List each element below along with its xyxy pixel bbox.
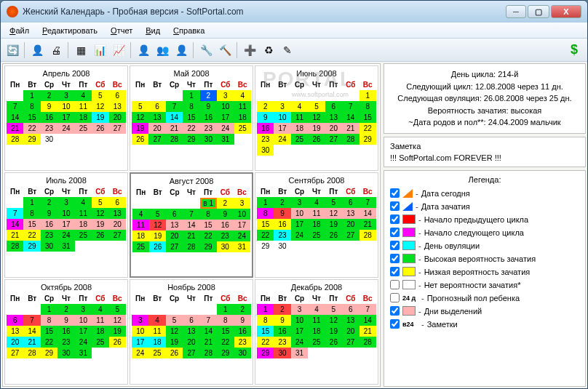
day-cell[interactable]: 16 bbox=[274, 326, 290, 337]
day-cell[interactable]: 8 bbox=[359, 101, 376, 112]
day-cell[interactable]: 14 bbox=[7, 112, 23, 123]
day-cell[interactable]: 12 bbox=[132, 112, 148, 123]
day-cell[interactable]: 30 bbox=[200, 134, 217, 145]
day-cell[interactable]: 9 bbox=[234, 315, 251, 326]
minimize-button[interactable]: ─ bbox=[506, 5, 526, 18]
day-cell[interactable]: 15 bbox=[23, 112, 40, 123]
day-cell[interactable]: 27 bbox=[342, 230, 359, 241]
day-cell[interactable]: 8 bbox=[23, 101, 40, 112]
day-cell[interactable]: 10 bbox=[132, 326, 148, 337]
day-cell[interactable] bbox=[166, 198, 183, 209]
day-cell[interactable]: 8 bbox=[217, 315, 234, 326]
day-cell[interactable] bbox=[166, 304, 183, 315]
maximize-button[interactable]: ▢ bbox=[528, 5, 549, 18]
day-cell[interactable]: 24 bbox=[132, 348, 148, 358]
day-cell[interactable]: 21 bbox=[359, 219, 376, 230]
day-cell[interactable]: 14 bbox=[359, 315, 376, 326]
day-cell[interactable] bbox=[183, 304, 199, 315]
day-cell[interactable]: 28 bbox=[342, 134, 359, 145]
day-cell[interactable]: 21 bbox=[7, 123, 23, 134]
day-cell[interactable]: 10 bbox=[234, 209, 250, 220]
day-cell[interactable]: 2 bbox=[41, 197, 57, 208]
day-cell[interactable]: 24 bbox=[291, 337, 308, 348]
hammer-icon[interactable]: 🔨 bbox=[216, 41, 234, 59]
day-cell[interactable]: 27 bbox=[166, 241, 183, 252]
day-cell[interactable]: 5 bbox=[92, 197, 108, 208]
day-cell[interactable]: 1 bbox=[41, 304, 57, 315]
day-cell[interactable]: 14 bbox=[183, 220, 199, 230]
day-cell[interactable]: 30 bbox=[257, 145, 274, 156]
day-cell[interactable] bbox=[148, 90, 165, 101]
day-cell[interactable] bbox=[308, 348, 325, 358]
day-cell[interactable]: 9 bbox=[274, 315, 290, 326]
day-cell[interactable]: 21 bbox=[23, 337, 40, 348]
user-icon[interactable]: 👤 bbox=[28, 41, 46, 59]
day-cell[interactable]: 1 bbox=[359, 90, 376, 101]
day-cell[interactable] bbox=[274, 90, 290, 101]
day-cell[interactable] bbox=[109, 134, 126, 145]
day-cell[interactable] bbox=[183, 198, 199, 209]
day-cell[interactable]: 8 bbox=[257, 315, 274, 326]
day-cell[interactable]: 6 bbox=[109, 90, 126, 101]
day-cell[interactable]: 16 bbox=[217, 220, 234, 230]
day-cell[interactable]: 1 bbox=[23, 197, 40, 208]
day-cell[interactable]: 15 bbox=[200, 220, 217, 230]
day-cell[interactable]: 3 bbox=[274, 101, 290, 112]
user-green-icon[interactable]: 👤 bbox=[135, 41, 152, 59]
day-cell[interactable] bbox=[166, 90, 183, 101]
legend-checkbox[interactable] bbox=[390, 254, 400, 263]
day-cell[interactable]: 22 bbox=[23, 123, 40, 134]
day-cell[interactable]: 20 bbox=[166, 230, 183, 241]
day-cell[interactable]: 7 bbox=[183, 209, 199, 220]
day-cell[interactable]: 30 bbox=[217, 241, 234, 252]
day-cell[interactable]: 22 bbox=[217, 337, 234, 348]
day-cell[interactable]: 29 bbox=[23, 241, 40, 252]
day-cell[interactable]: 12 bbox=[109, 315, 126, 326]
day-cell[interactable]: 19 bbox=[149, 230, 166, 241]
day-cell[interactable]: 26 bbox=[149, 241, 166, 252]
day-cell[interactable]: 18 bbox=[291, 123, 308, 134]
day-cell[interactable] bbox=[75, 134, 92, 145]
day-cell[interactable]: 30 bbox=[274, 241, 290, 252]
day-cell[interactable]: 28 bbox=[7, 134, 23, 145]
day-cell[interactable]: 14 bbox=[166, 112, 183, 123]
day-cell[interactable]: 8 bbox=[41, 315, 57, 326]
day-cell[interactable]: 23 bbox=[57, 337, 74, 348]
day-cell[interactable]: 12 bbox=[92, 208, 108, 219]
day-cell[interactable] bbox=[149, 198, 166, 209]
day-cell[interactable]: 13 bbox=[166, 220, 183, 230]
day-cell[interactable]: 4 bbox=[234, 90, 251, 101]
edit-icon[interactable]: ✎ bbox=[279, 41, 296, 59]
day-cell[interactable]: 4 bbox=[75, 197, 92, 208]
day-cell[interactable] bbox=[291, 145, 308, 156]
day-cell[interactable]: 26 bbox=[325, 337, 342, 348]
day-cell[interactable]: 20 bbox=[148, 123, 165, 134]
day-cell[interactable] bbox=[342, 145, 359, 156]
day-cell[interactable]: 24 bbox=[274, 134, 290, 145]
day-cell[interactable]: 17 bbox=[75, 326, 92, 337]
day-cell[interactable] bbox=[7, 304, 23, 315]
day-cell[interactable]: 10 bbox=[57, 101, 74, 112]
day-cell[interactable]: 15 bbox=[217, 326, 234, 337]
day-cell[interactable]: 22 bbox=[41, 337, 57, 348]
day-cell[interactable]: 21 bbox=[359, 326, 376, 337]
day-cell[interactable]: 23 bbox=[41, 230, 57, 241]
day-cell[interactable] bbox=[92, 348, 108, 358]
day-cell[interactable]: 18 bbox=[308, 219, 325, 230]
day-cell[interactable] bbox=[291, 241, 308, 252]
day-cell[interactable]: 7 bbox=[23, 315, 40, 326]
day-cell[interactable]: 15 bbox=[23, 219, 40, 230]
print-icon[interactable]: 🖨 bbox=[47, 41, 65, 59]
day-cell[interactable]: 15 bbox=[257, 326, 274, 337]
day-cell[interactable]: 6 bbox=[109, 197, 126, 208]
day-cell[interactable]: 27 bbox=[109, 123, 126, 134]
day-cell[interactable]: 16 bbox=[41, 219, 57, 230]
day-cell[interactable]: 19 bbox=[325, 326, 342, 337]
day-cell[interactable]: 24 bbox=[291, 230, 308, 241]
day-cell[interactable] bbox=[359, 145, 376, 156]
day-cell[interactable]: 18 bbox=[148, 337, 165, 348]
day-cell[interactable]: 10 bbox=[274, 112, 290, 123]
day-cell[interactable]: 27 bbox=[148, 134, 165, 145]
day-cell[interactable]: 25 bbox=[234, 123, 251, 134]
day-cell[interactable]: 21 bbox=[7, 230, 23, 241]
